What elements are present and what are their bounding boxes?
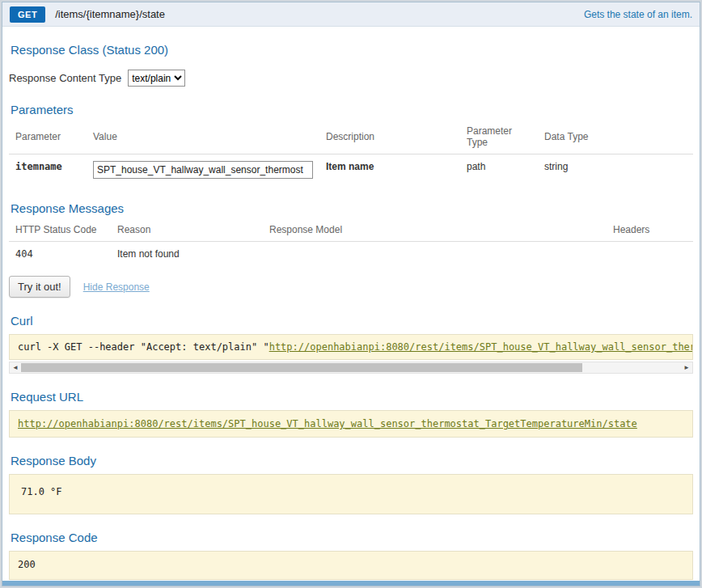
- scrollbar-thumb[interactable]: [21, 363, 582, 372]
- param-name: itemname: [9, 154, 87, 186]
- response-messages-header-row: HTTP Status Code Reason Response Model H…: [9, 220, 693, 242]
- parameters-header-row: Parameter Value Description Parameter Ty…: [9, 121, 693, 154]
- scrollbar-track[interactable]: [21, 362, 681, 373]
- parameters-table: Parameter Value Description Parameter Ty…: [9, 121, 693, 185]
- param-type: path: [460, 154, 538, 186]
- curl-command-text: curl -X GET --header "Accept: text/plain…: [18, 341, 269, 353]
- curl-heading: Curl: [11, 314, 691, 328]
- curl-command: curl -X GET --header "Accept: text/plain…: [9, 334, 693, 360]
- parameters-heading: Parameters: [11, 103, 691, 116]
- bottom-scrollbar[interactable]: [2, 581, 700, 586]
- status-code-cell: 404: [9, 242, 111, 267]
- response-model-cell: [263, 242, 607, 267]
- col-description: Description: [319, 121, 460, 154]
- reason-cell: Item not found: [111, 242, 263, 267]
- col-parameter: Parameter: [9, 121, 87, 154]
- response-body-value: 71.0 °F: [9, 474, 693, 514]
- scroll-left-icon[interactable]: ◄: [10, 362, 21, 373]
- request-url-box: http://openhabianpi:8080/rest/items/SPT_…: [9, 410, 693, 438]
- col-parameter-type: Parameter Type: [460, 121, 538, 154]
- response-code-heading: Response Code: [11, 531, 691, 544]
- response-content-type-label: Response Content Type: [9, 72, 121, 84]
- response-messages-heading: Response Messages: [11, 201, 691, 215]
- response-code-value: 200: [9, 551, 693, 580]
- scroll-right-icon[interactable]: ►: [681, 362, 692, 373]
- response-class-heading: Response Class (Status 200): [11, 43, 691, 57]
- itemname-input[interactable]: [93, 161, 313, 179]
- response-message-row: 404 Item not found: [9, 242, 693, 267]
- hide-response-link[interactable]: Hide Response: [83, 281, 150, 293]
- param-data-type: string: [538, 154, 693, 186]
- operation-header: GET /items/{itemname}/state Gets the sta…: [2, 2, 700, 27]
- endpoint-summary[interactable]: Gets the state of an item.: [584, 9, 692, 20]
- request-url-heading: Request URL: [11, 390, 691, 404]
- parameter-row: itemname Item name path string: [9, 154, 693, 186]
- headers-cell: [607, 242, 693, 267]
- col-response-model: Response Model: [263, 220, 607, 242]
- operation-content: Response Class (Status 200) Response Con…: [2, 43, 700, 586]
- response-messages-table: HTTP Status Code Reason Response Model H…: [9, 220, 693, 266]
- col-data-type: Data Type: [538, 121, 693, 154]
- col-reason: Reason: [111, 220, 263, 242]
- curl-url-link[interactable]: http://openhabianpi:8080/rest/items/SPT_…: [269, 341, 693, 353]
- col-headers: Headers: [607, 220, 693, 242]
- http-method-badge[interactable]: GET: [10, 6, 45, 23]
- response-content-type-row: Response Content Type text/plain: [9, 70, 693, 87]
- actions-row: Try it out! Hide Response: [9, 276, 693, 298]
- curl-horizontal-scrollbar[interactable]: ◄ ►: [9, 362, 693, 374]
- col-http-status-code: HTTP Status Code: [9, 220, 111, 242]
- response-body-heading: Response Body: [11, 454, 691, 467]
- request-url-link[interactable]: http://openhabianpi:8080/rest/items/SPT_…: [18, 418, 637, 429]
- try-it-out-button[interactable]: Try it out!: [9, 276, 70, 298]
- swagger-operation-panel: GET /items/{itemname}/state Gets the sta…: [2, 2, 700, 586]
- response-content-type-select[interactable]: text/plain: [128, 70, 185, 87]
- endpoint-path[interactable]: /items/{itemname}/state: [55, 8, 165, 20]
- param-description: Item name: [319, 154, 460, 186]
- col-value: Value: [87, 121, 319, 154]
